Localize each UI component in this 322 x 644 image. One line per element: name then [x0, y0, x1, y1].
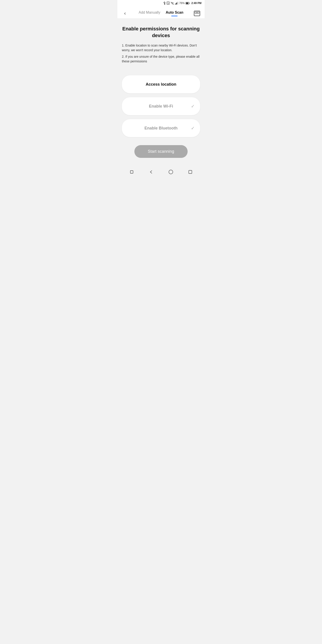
svg-rect-13 [130, 170, 133, 173]
nfc-icon: N [166, 2, 170, 5]
permission-buttons: Access location Enable Wi-Fi ✓ Enable Bl… [122, 75, 200, 137]
svg-rect-12 [197, 12, 199, 14]
nav-home-circle-icon[interactable] [166, 168, 175, 176]
signal-icon [175, 2, 178, 4]
wifi-off-icon [170, 2, 174, 5]
main-content: Enable permissions for scanning devices … [118, 18, 204, 166]
bluetooth-checkmark-icon: ✓ [191, 126, 195, 131]
scan-icon-button[interactable] [193, 11, 201, 16]
svg-rect-11 [195, 12, 197, 14]
nav-square-icon[interactable] [127, 168, 136, 176]
enable-bluetooth-button[interactable]: Enable Bluetooth ✓ [122, 119, 200, 137]
enable-bluetooth-label: Enable Bluetooth [144, 126, 178, 130]
svg-rect-4 [176, 3, 176, 4]
access-location-button[interactable]: Access location [122, 75, 200, 93]
tab-add-manually[interactable]: Add Manually [139, 10, 160, 16]
status-bar: N 76% 2:49 PM [118, 0, 204, 6]
access-location-label: Access location [146, 82, 176, 87]
nav-bar: ‹ Add Manually Auto Scan [118, 6, 204, 18]
wifi-checkmark-icon: ✓ [191, 104, 195, 109]
enable-wifi-button[interactable]: Enable Wi-Fi ✓ [122, 97, 200, 115]
svg-rect-3 [175, 4, 176, 4]
nav-tabs: Add Manually Auto Scan [129, 10, 193, 16]
svg-rect-9 [186, 2, 188, 4]
back-button[interactable]: ‹ [121, 10, 129, 16]
start-scanning-button[interactable]: Start scanning [134, 145, 188, 158]
nav-back-triangle-icon[interactable] [147, 168, 156, 176]
enable-wifi-label: Enable Wi-Fi [149, 104, 173, 109]
start-scanning-container: Start scanning [122, 145, 200, 158]
tab-auto-scan[interactable]: Auto Scan [166, 10, 183, 16]
svg-text:N: N [168, 2, 168, 4]
instruction-1: 1. Enable location to scan nearby Wi-Fi … [122, 43, 200, 52]
svg-rect-6 [177, 2, 178, 4]
svg-rect-5 [176, 2, 177, 4]
status-icons: N 76% 2:49 PM [163, 2, 202, 5]
instructions: 1. Enable location to scan nearby Wi-Fi … [122, 43, 200, 66]
battery-percent: 76% [179, 2, 185, 5]
svg-rect-15 [189, 170, 192, 174]
nav-recent-apps-icon[interactable] [186, 168, 195, 176]
page-title: Enable permissions for scanning devices [122, 26, 200, 39]
battery-icon [186, 2, 190, 4]
bottom-nav [118, 166, 204, 179]
svg-rect-7 [178, 2, 178, 4]
instruction-2: 2. If you are unsure of the device type,… [122, 54, 200, 64]
bluetooth-icon [163, 2, 166, 5]
status-time: 2:49 PM [192, 2, 202, 5]
svg-point-14 [169, 170, 173, 174]
